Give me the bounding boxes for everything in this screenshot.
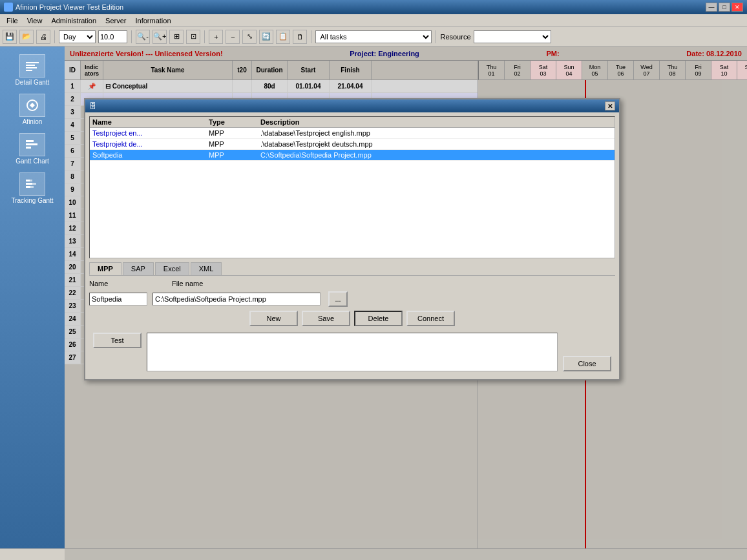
svg-rect-2 [26,67,37,68]
project-dialog: 🗄 ✕ Name Type Description Testproject en… [84,98,620,380]
col-header-type: Type [209,118,260,126]
proj-cell-type: MPP [209,151,260,159]
toolbar-btn-8[interactable]: 🔄 [259,30,273,44]
name-label: Name [89,280,128,287]
svg-rect-0 [26,62,39,63]
list-item[interactable]: Testproject en... MPP .\database\Testpro… [90,128,615,139]
form-inputs-row: ... [89,291,615,307]
proj-cell-type: MPP [209,129,260,137]
svg-rect-5 [26,140,34,142]
left-panel: Detail Gantt Afinion Gantt Chart Trackin… [0,47,65,560]
toolbar-open-button[interactable]: 📂 [19,30,34,44]
test-button[interactable]: Test [93,333,142,348]
col-header-name: Name [92,118,209,126]
toolbar-sep-2 [131,30,132,43]
sidebar-label-afinion: Afinion [23,118,43,125]
new-button[interactable]: New [249,311,298,326]
resource-selector[interactable] [474,30,551,43]
save-button[interactable]: Save [302,311,350,326]
dialog-content: Name Type Description Testproject en... … [85,112,619,379]
zoom-out-button[interactable]: 🔍- [136,30,150,44]
delete-button[interactable]: Delete [354,311,403,326]
dialog-title-icon: 🗄 [89,102,96,110]
toolbar-print-button[interactable]: 🖨 [36,30,50,44]
tab-mpp[interactable]: MPP [89,262,121,275]
proj-cell-type: MPP [209,140,260,148]
title-bar-left: Afinion Project Viewer Test Edition [4,3,123,12]
close-button[interactable]: ✕ [731,3,743,12]
dialog-bottom: Test Close [89,330,615,375]
close-section: Close [563,333,611,371]
app-icon [4,3,13,12]
list-item[interactable]: Testprojekt de... MPP .\database\Testpro… [90,139,615,150]
list-item[interactable]: Softpedia MPP C:\Softpedia\Softpedia Pro… [90,150,615,161]
col-header-description: Description [260,118,612,126]
afinion-icon [19,94,45,117]
proj-cell-desc: .\database\Testproject english.mpp [260,129,612,137]
menu-server[interactable]: Server [101,16,130,26]
toolbar-sep-5 [436,30,436,43]
menu-bar: File View Administration Server Informat… [0,14,747,27]
toolbar-add-button[interactable]: + [209,30,223,44]
toolbar-remove-button[interactable]: − [226,30,240,44]
toolbar-sep-4 [311,30,311,43]
sidebar-item-afinion[interactable]: Afinion [4,91,61,128]
svg-rect-7 [26,147,31,149]
tab-excel[interactable]: Excel [155,262,189,275]
task-filter-selector[interactable]: All tasks [315,30,432,43]
tab-xml[interactable]: XML [191,262,222,275]
toolbar-btn-10[interactable]: 🗒 [293,30,307,44]
maximize-button[interactable]: □ [719,3,730,12]
filename-label: File name [172,280,203,287]
svg-rect-1 [26,65,35,66]
dialog-title-bar: 🗄 ✕ [85,99,619,112]
filename-input[interactable] [153,293,321,306]
svg-rect-3 [26,70,32,71]
toolbar-btn-5[interactable]: ⊡ [186,30,200,44]
menu-information[interactable]: Information [132,16,175,26]
name-input[interactable] [89,293,147,306]
dialog-close-button[interactable]: Close [563,356,611,371]
menu-file[interactable]: File [3,16,22,26]
proj-cell-name: Testprojekt de... [92,140,209,148]
sidebar-label-detail-gantt: Detail Gantt [16,79,50,86]
gantt-chart-icon [19,133,45,156]
resource-label: Resource [440,33,470,41]
tab-sap[interactable]: SAP [123,262,154,275]
sidebar-item-gantt-chart[interactable]: Gantt Chart [4,130,61,167]
form-name-row: Name File name [89,280,615,287]
toolbar-sep-3 [204,30,205,43]
view-selector[interactable]: Day Week Month [59,30,96,43]
sidebar-item-tracking-gantt[interactable]: Tracking Gantt [4,170,61,207]
test-section: Test [93,333,142,348]
project-list-header: Name Type Description [90,117,615,128]
svg-rect-9 [26,180,30,181]
svg-rect-11 [26,183,32,185]
browse-button[interactable]: ... [328,291,348,307]
app-title: Afinion Project Viewer Test Edition [16,3,123,11]
connect-button[interactable]: Connect [406,311,455,326]
toolbar-sep-1 [54,30,55,43]
tracking-gantt-icon [19,172,45,196]
sidebar-label-gantt-chart: Gantt Chart [16,158,49,165]
minimize-button[interactable]: — [706,3,717,12]
toolbar: 💾 📂 🖨 Day Week Month 🔍- 🔍+ ⊞ ⊡ + − ⤡ 🔄 📋… [0,27,747,47]
proj-cell-name: Testproject en... [92,129,209,137]
detail-gantt-icon [19,54,45,78]
zoom-fit-button[interactable]: ⊞ [169,30,184,44]
sidebar-item-detail-gantt[interactable]: Detail Gantt [4,52,61,88]
log-area [147,333,558,371]
title-bar: Afinion Project Viewer Test Edition — □ … [0,0,747,14]
zoom-in-button[interactable]: 🔍+ [153,30,167,44]
toolbar-btn-9[interactable]: 📋 [276,30,290,44]
menu-view[interactable]: View [23,16,47,26]
sidebar-label-tracking-gantt: Tracking Gantt [11,197,53,204]
proj-cell-name: Softpedia [92,151,209,159]
proj-cell-desc: .\database\Testprojekt deutsch.mpp [260,140,612,148]
proj-cell-desc: C:\Softpedia\Softpedia Project.mpp [260,151,612,159]
toolbar-save-button[interactable]: 💾 [3,30,17,44]
toolbar-btn-7[interactable]: ⤡ [242,30,257,44]
menu-administration[interactable]: Administration [47,16,100,26]
zoom-input[interactable] [98,30,127,43]
dialog-close-icon[interactable]: ✕ [605,101,615,110]
